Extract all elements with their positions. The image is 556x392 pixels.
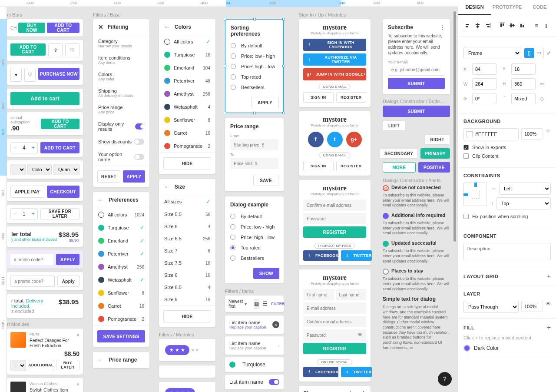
google-signin-button[interactable]: g+JUMP IN WITH GOOGLE+ — [303, 68, 366, 80]
remove-icon[interactable]: × — [272, 321, 279, 328]
show-exports-checkbox[interactable]: ✓ — [463, 145, 469, 150]
filter-row[interactable]: Item conditionsAny items — [93, 52, 149, 68]
price-from-input[interactable] — [230, 139, 278, 150]
additional-button[interactable]: ADDITIONAL — [28, 360, 54, 370]
color-row[interactable]: Emerland104 — [159, 61, 215, 74]
secondary-button[interactable]: SECONDARY — [380, 148, 418, 159]
pref-row[interactable]: Pomegranate2 — [93, 312, 149, 326]
sort-dropdown[interactable]: Newest first▾ — [228, 299, 247, 309]
link-icon[interactable]: ⚯ — [540, 81, 544, 87]
pref-row[interactable]: Emerland✓ — [93, 234, 149, 247]
radius-input[interactable] — [511, 93, 536, 104]
first-name-input[interactable] — [303, 289, 334, 300]
color-row[interactable]: All colors✓ — [159, 35, 215, 48]
back-icon[interactable]: ← — [98, 356, 104, 363]
scrollbar[interactable] — [453, 11, 456, 242]
distribute-h-icon[interactable]: ⫿ — [542, 20, 551, 31]
color-row[interactable]: Turquiose16 — [159, 48, 215, 61]
back-icon[interactable]: ← — [164, 23, 170, 30]
filter-row[interactable]: ColorsAny color — [93, 68, 149, 85]
add-to-cart-button[interactable]: ADD TO CART — [40, 142, 79, 153]
pref-row[interactable]: Carrot16 — [93, 299, 149, 312]
h-input[interactable] — [511, 78, 536, 90]
right-button[interactable]: RIGHT — [424, 134, 450, 145]
eye-icon[interactable]: 👁 — [546, 301, 551, 313]
confirm-email-input[interactable] — [303, 316, 366, 327]
size-row[interactable]: Size 64 — [159, 220, 215, 233]
align-right-icon[interactable] — [483, 20, 492, 31]
positive-button[interactable]: POSITIVE — [418, 162, 450, 173]
x-input[interactable] — [472, 63, 496, 75]
primary-button[interactable]: PRIMARY — [420, 148, 450, 159]
rating-pill[interactable]: ★★★★ — [165, 388, 195, 392]
list-icon[interactable]: ☰ — [263, 299, 268, 309]
toggle[interactable] — [269, 379, 279, 385]
dialog-option[interactable]: Bestsellers — [225, 253, 284, 263]
color-swatch[interactable] — [463, 345, 470, 352]
add-to-cart-button[interactable]: ADD TO CART — [10, 43, 46, 56]
apply-button[interactable]: APPLY — [56, 254, 79, 265]
eye-icon[interactable]: 👁 — [357, 332, 363, 338]
description-input[interactable] — [463, 243, 551, 260]
select[interactable] — [10, 164, 26, 175]
add-to-cart-button[interactable]: ADD TO CART — [41, 119, 79, 129]
twitter-button[interactable]: tTWITTER — [341, 250, 371, 261]
quantity-select[interactable]: Quantity — [53, 164, 79, 175]
dialog-option[interactable]: By default — [225, 211, 284, 222]
register-button[interactable]: REGISTER — [303, 226, 366, 238]
distribute-v-icon[interactable]: ≡ — [532, 20, 541, 31]
y-input[interactable] — [511, 63, 536, 75]
password-input[interactable] — [303, 329, 366, 341]
twitter-button[interactable]: tTWITTER — [341, 367, 371, 377]
close-icon[interactable]: × — [76, 332, 79, 338]
eye-icon[interactable]: 👁 — [546, 128, 551, 140]
size-row[interactable]: Size 78 — [159, 245, 215, 257]
select-dropdown[interactable]: ▾ — [10, 68, 22, 82]
align-center-h-icon[interactable] — [473, 20, 483, 31]
size-row[interactable]: All sizes✓ — [159, 195, 215, 208]
color-row[interactable]: Carrot16 — [159, 126, 215, 140]
more-button[interactable]: MORE — [383, 162, 416, 173]
submit-button[interactable]: SUBMIT — [383, 106, 450, 117]
filter-link[interactable]: FILTER — [271, 302, 285, 306]
w-input[interactable] — [472, 78, 496, 90]
add-to-cart-button[interactable]: Add to cart — [10, 92, 79, 105]
apply-button[interactable]: APPLY — [251, 97, 279, 108]
align-left-icon[interactable] — [463, 20, 473, 31]
sort-option[interactable]: Top rated — [225, 72, 283, 82]
add-to-cart-button[interactable]: ADD TO CART — [47, 23, 79, 33]
size-row[interactable]: Size 816 — [159, 269, 215, 281]
pref-row[interactable]: All colors1024 — [93, 208, 149, 221]
show-button[interactable]: SHOW — [253, 268, 279, 279]
facebook-button[interactable]: fFACEBOOK — [303, 367, 338, 377]
back-icon[interactable]: ← — [164, 183, 170, 190]
checkout-button[interactable]: CHECKOUT — [47, 186, 80, 198]
facebook-icon[interactable]: f — [308, 132, 324, 147]
hide-button[interactable]: HIDE — [163, 310, 211, 322]
more-icon[interactable]: ⋮ — [361, 390, 366, 392]
hide-button[interactable]: HIDE — [163, 157, 211, 169]
save-button[interactable]: SAVE — [253, 175, 278, 186]
dialog-option[interactable]: Price: high - low — [225, 232, 284, 243]
promo-input[interactable] — [10, 254, 53, 265]
confirm-email-input[interactable] — [303, 199, 366, 211]
align-center-v-icon[interactable] — [508, 20, 517, 31]
submit-button[interactable]: SUBMIT — [388, 78, 445, 89]
filter-row[interactable]: ShippingAll delivery methods — [93, 85, 149, 101]
left-button[interactable]: LEFT — [383, 120, 405, 131]
buy-now-button[interactable]: BUY NOW — [18, 23, 45, 33]
size-row[interactable]: Size 8.54 — [159, 281, 215, 293]
layer-opacity-input[interactable] — [521, 301, 543, 312]
buy-later-button[interactable]: BUY LATER — [56, 360, 80, 370]
email-input[interactable] — [388, 64, 445, 76]
qty-select[interactable]: 1 — [10, 360, 26, 371]
corners-icon[interactable]: ◇ — [540, 96, 544, 102]
register-button[interactable]: REGISTER — [303, 343, 366, 354]
heart-icon[interactable]: ♡ — [65, 43, 79, 57]
sort-option[interactable]: Price: low - high — [225, 51, 283, 61]
pref-row[interactable]: Peterriver✓ — [93, 247, 149, 260]
dialog-option[interactable]: Price: low - high — [225, 222, 284, 232]
heart-icon[interactable]: ♡ — [24, 68, 36, 82]
resize-icon[interactable]: ⤢ — [546, 50, 551, 56]
constraint-h-select[interactable]: Left — [499, 183, 551, 195]
